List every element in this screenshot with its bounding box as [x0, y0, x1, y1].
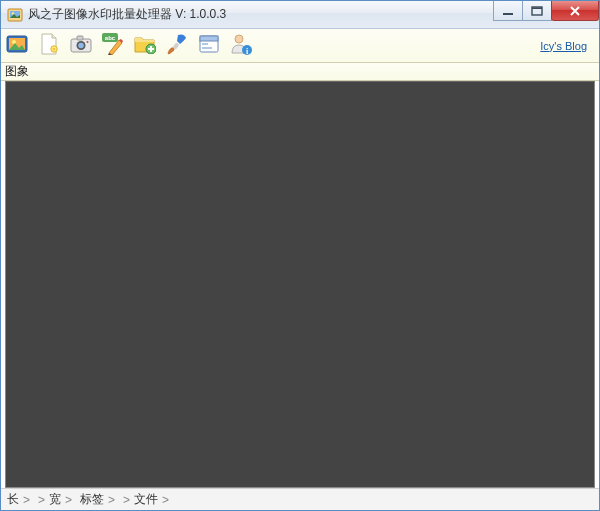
- window-settings-icon: [199, 35, 219, 56]
- svg-rect-10: [77, 36, 83, 40]
- blog-link[interactable]: Icy's Blog: [540, 40, 587, 52]
- titlebar: 风之子图像水印批量处理器 V: 1.0.0.3: [1, 1, 599, 29]
- toolbar: abc: [1, 29, 599, 63]
- brush-button[interactable]: [165, 34, 189, 58]
- status-sep: >: [23, 493, 30, 507]
- window-buttons: [494, 1, 599, 21]
- open-image-button[interactable]: [5, 34, 29, 58]
- status-length-label: 长: [7, 491, 19, 508]
- user-info-icon: i: [230, 33, 252, 58]
- maximize-button[interactable]: [522, 1, 552, 21]
- window-settings-button[interactable]: [197, 34, 221, 58]
- svg-rect-20: [202, 43, 208, 45]
- window-title: 风之子图像水印批量处理器 V: 1.0.0.3: [28, 6, 226, 23]
- status-tags-label: 标签: [80, 491, 104, 508]
- statusbar: 长 > > 宽 > 标签 > > 文件 >: [1, 488, 599, 510]
- add-folder-icon: [134, 34, 156, 57]
- canvas-wrap: [1, 81, 599, 488]
- text-watermark-icon: abc: [102, 33, 124, 58]
- status-sep: >: [108, 493, 115, 507]
- brush-icon: [167, 33, 187, 58]
- add-folder-button[interactable]: [133, 34, 157, 58]
- open-image-icon: [6, 34, 28, 57]
- minimize-button[interactable]: [493, 1, 523, 21]
- status-width-label: 宽: [49, 491, 61, 508]
- svg-rect-21: [202, 47, 212, 49]
- image-canvas[interactable]: [5, 81, 595, 488]
- camera-button[interactable]: [69, 34, 93, 58]
- camera-icon: [70, 35, 92, 56]
- svg-point-13: [87, 41, 89, 43]
- app-icon: [7, 7, 23, 23]
- close-button[interactable]: [551, 1, 599, 21]
- subheader: 图象: [1, 63, 599, 81]
- new-page-button[interactable]: [37, 34, 61, 58]
- status-sep: >: [38, 493, 45, 507]
- text-watermark-button[interactable]: abc: [101, 34, 125, 58]
- subheader-label: 图象: [5, 63, 29, 80]
- svg-point-12: [78, 43, 84, 49]
- status-sep: >: [123, 493, 130, 507]
- svg-point-7: [12, 40, 16, 44]
- status-file-label: 文件: [134, 491, 158, 508]
- status-sep: >: [162, 493, 169, 507]
- svg-point-22: [235, 35, 243, 43]
- svg-text:abc: abc: [105, 35, 116, 41]
- svg-rect-19: [200, 36, 218, 41]
- new-page-icon: [39, 33, 59, 58]
- status-sep: >: [65, 493, 72, 507]
- user-info-button[interactable]: i: [229, 34, 253, 58]
